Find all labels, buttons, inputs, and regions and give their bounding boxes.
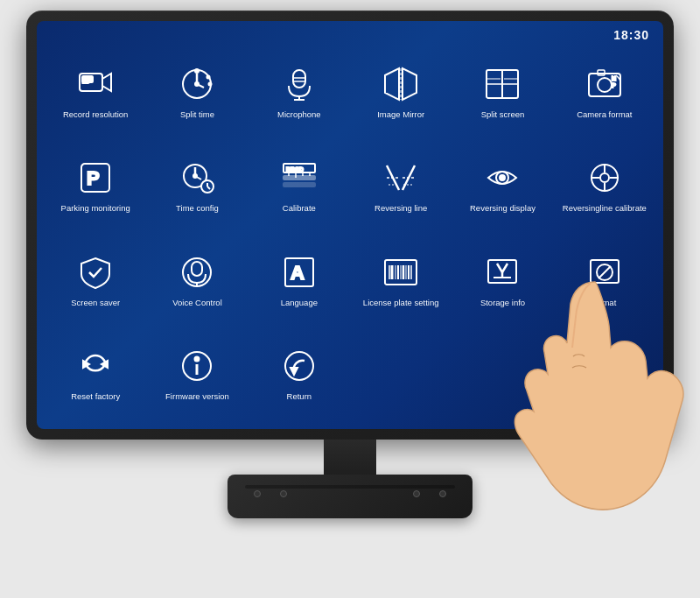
calibrate-icon: RBSD — [279, 158, 319, 198]
svg-text:N: N — [612, 75, 616, 81]
menu-item-license-plate[interactable]: License plate setting — [351, 234, 451, 327]
monitor-base — [228, 475, 472, 518]
reversing-line-icon — [381, 158, 421, 198]
svg-point-34 — [193, 174, 197, 178]
format-label: format — [592, 298, 616, 307]
svg-point-9 — [207, 75, 210, 78]
svg-text:A: A — [290, 262, 304, 284]
svg-marker-87 — [290, 368, 298, 375]
storage-info-label: Storage info — [480, 298, 525, 307]
monitor-wrapper: 18:30 HD Record resolution — [18, 11, 682, 588]
menu-item-split-time[interactable]: Split time — [147, 46, 247, 138]
menu-item-language[interactable]: A Language — [249, 234, 349, 327]
svg-point-8 — [195, 69, 199, 73]
menu-item-camera-format[interactable]: N P Camera format — [555, 46, 654, 138]
reset-icon — [75, 346, 116, 386]
svg-marker-17 — [402, 68, 416, 100]
menu-item-record-resolution[interactable]: HD Record resolution — [46, 46, 145, 138]
monitor-neck — [324, 440, 376, 475]
svg-text:HD: HD — [82, 79, 90, 84]
record-resolution-label: Record resolution — [63, 109, 128, 119]
screw-1 — [254, 490, 261, 497]
svg-rect-11 — [293, 70, 305, 88]
svg-text:P: P — [612, 82, 616, 88]
menu-item-storage-info[interactable]: Storage info — [452, 234, 552, 327]
menu-grid: HD Record resolution — [37, 21, 663, 429]
clock-icon — [177, 64, 217, 104]
menu-empty-3 — [555, 327, 654, 420]
barcode-icon — [381, 252, 421, 292]
split-screen-label: Split screen — [481, 109, 525, 119]
no-sign-icon — [584, 252, 625, 292]
menu-empty-2 — [452, 327, 552, 420]
svg-point-86 — [285, 352, 313, 380]
menu-item-time-config[interactable]: Time config — [147, 139, 247, 232]
language-label: Language — [281, 298, 318, 307]
camera-format-label: Camera format — [577, 109, 632, 119]
microphone-icon — [279, 64, 319, 104]
parking-label: Parking monitoring — [61, 203, 130, 213]
return-label: Return — [287, 391, 312, 401]
menu-item-format[interactable]: format — [555, 234, 654, 327]
monitor-screen: 18:30 HD Record resolution — [37, 21, 663, 429]
firmware-label: Firmware version — [165, 391, 229, 401]
image-mirror-label: Image Mirror — [377, 109, 424, 119]
menu-item-reversing-line[interactable]: Reversing line — [351, 139, 451, 232]
menu-item-reset-factory[interactable]: Reset factory — [46, 327, 145, 420]
time-display: 18:30 — [613, 28, 649, 42]
time-config-icon — [177, 158, 217, 198]
svg-marker-16 — [385, 68, 399, 100]
microphone-label: Microphone — [277, 109, 321, 119]
shield-check-icon — [75, 252, 116, 292]
voice-control-icon — [177, 252, 217, 292]
menu-item-firmware[interactable]: Firmware version — [147, 327, 247, 420]
reversing-display-label: Reversing display — [470, 203, 536, 213]
split-time-label: Split time — [180, 109, 214, 119]
screw-4 — [413, 490, 420, 497]
menu-item-calibrate[interactable]: RBSD Calibrate — [249, 139, 349, 232]
svg-point-25 — [598, 78, 612, 92]
menu-item-voice-control[interactable]: Voice Control — [147, 234, 247, 327]
svg-text:RBSD: RBSD — [286, 166, 304, 172]
svg-rect-41 — [284, 183, 315, 186]
svg-text:P: P — [87, 167, 100, 189]
language-icon: A — [279, 252, 319, 292]
reversing-line-label: Reversing line — [374, 203, 427, 213]
storage-info-icon — [482, 252, 522, 292]
image-mirror-icon — [381, 64, 421, 104]
hd-camera-icon: HD — [75, 64, 116, 104]
parking-icon: P — [75, 158, 116, 198]
menu-item-split-screen[interactable]: Split screen — [452, 46, 552, 138]
svg-line-80 — [598, 266, 611, 278]
reversingline-calibrate-label: Reversingline calibrate — [563, 203, 647, 213]
camera-format-icon: N P — [584, 64, 625, 104]
calibrate-label: Calibrate — [283, 203, 316, 213]
screw-2 — [280, 490, 287, 497]
menu-item-image-mirror[interactable]: Image Mirror — [351, 46, 451, 138]
time-config-label: Time config — [176, 203, 219, 213]
menu-item-screen-saver[interactable]: Screen saver — [46, 234, 145, 327]
svg-point-55 — [600, 173, 609, 182]
menu-item-parking[interactable]: P Parking monitoring — [46, 139, 145, 232]
eye-icon — [482, 158, 522, 198]
menu-item-return[interactable]: Return — [249, 327, 349, 420]
svg-point-7 — [195, 82, 199, 86]
svg-point-85 — [195, 357, 200, 362]
svg-marker-1 — [102, 74, 111, 91]
svg-rect-61 — [192, 262, 202, 276]
svg-point-10 — [209, 82, 212, 85]
screen-saver-label: Screen saver — [71, 298, 120, 307]
monitor-bezel: 18:30 HD Record resolution — [26, 11, 674, 440]
menu-empty-1 — [351, 327, 451, 420]
split-screen-icon — [482, 64, 522, 104]
menu-item-microphone[interactable]: Microphone — [249, 46, 349, 138]
screw-3 — [439, 490, 446, 497]
license-plate-label: License plate setting — [363, 298, 439, 307]
svg-rect-40 — [284, 176, 315, 179]
svg-point-53 — [500, 175, 505, 180]
menu-item-reversing-display[interactable]: Reversing display — [452, 139, 552, 232]
info-icon — [177, 346, 217, 386]
reset-factory-label: Reset factory — [71, 391, 120, 401]
menu-item-reversingline-calibrate[interactable]: Reversingline calibrate — [555, 139, 654, 232]
crosshair-icon — [584, 158, 625, 198]
